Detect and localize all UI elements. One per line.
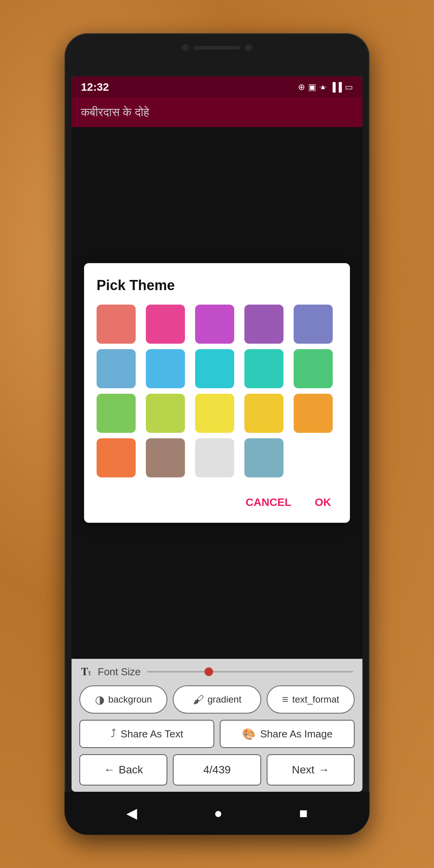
next-button[interactable]: Next → [267,754,355,786]
color-swatch-salmon[interactable] [97,305,136,344]
back-arrow-icon: ← [104,764,115,776]
status-icons: ⊕ ▣ ▲ ▐▐ ▭ [298,82,353,92]
camera-dot [182,44,189,51]
battery-icon: ▭ [345,82,353,92]
share-text-icon: ⤴ [111,728,116,740]
counter-text: 4/439 [203,764,231,776]
share-text-label: Share As Text [121,728,183,740]
color-swatch-light-gray[interactable] [195,438,234,477]
next-arrow-icon: → [318,764,329,776]
background-label: backgroun [108,694,152,705]
color-swatch-teal[interactable] [244,349,283,388]
share-image-icon: 🎨 [242,728,256,741]
android-recent-icon[interactable]: ■ [299,805,308,821]
color-swatch-lavender[interactable] [294,305,333,344]
font-size-thumb [204,667,213,676]
wifi-icon: ▲ [319,83,326,91]
notification-icon: ⊕ [298,82,305,92]
camera-dot-2 [245,44,252,51]
text-format-button[interactable]: ≡ text_format [267,685,355,714]
pick-theme-dialog: Pick Theme [84,263,350,523]
android-home-icon[interactable]: ● [214,805,222,821]
background-icon: ◑ [95,693,104,706]
dialog-overlay: Pick Theme [72,127,362,659]
tool-buttons-row: ◑ backgroun 🖌 gradient ≡ text_format [79,685,355,714]
color-swatch-sky-blue[interactable] [146,349,185,388]
color-swatch-brown[interactable] [146,438,185,477]
font-size-row: 𝐓ₜ Font Size [79,665,355,678]
app-title: कबीरदास के दोहे [81,106,149,119]
color-swatch-orange[interactable] [294,394,333,433]
gradient-button[interactable]: 🖌 gradient [173,685,261,714]
color-swatch-pink[interactable] [146,305,185,344]
app-bar: कबीरदास के दोहे [72,98,362,127]
color-swatch-purple[interactable] [244,305,283,344]
background-button[interactable]: ◑ backgroun [79,685,167,714]
font-size-label: Font Size [98,666,141,678]
font-size-icon: 𝐓ₜ [81,665,91,678]
color-swatch-cyan[interactable] [195,349,234,388]
text-format-icon: ≡ [282,693,288,706]
share-image-label: Share As Image [260,728,333,740]
content-area: जिन खोजा तिन पाइया, गहरे पानी पैठ, मैं ब… [72,127,362,659]
color-swatch-yellow-green[interactable] [146,394,185,433]
bottom-toolbar: 𝐓ₜ Font Size ◑ backgroun 🖌 gradient ≡ [72,659,362,792]
color-swatch-light-green[interactable] [97,394,136,433]
dialog-actions: CANCEL OK [97,490,337,512]
share-as-text-button[interactable]: ⤴ Share As Text [79,720,214,748]
color-swatch-green[interactable] [294,349,333,388]
signal-icon: ▐▐ [330,82,342,92]
counter-display: 4/439 [173,754,261,786]
color-swatch-blue-gray[interactable] [244,438,283,477]
share-as-image-button[interactable]: 🎨 Share As Image [220,720,355,748]
phone-top-area [182,44,252,51]
color-swatch-yellow[interactable] [195,394,234,433]
navigation-row: ← Back 4/439 Next → [79,754,355,786]
font-size-slider[interactable] [147,671,353,673]
dialog-title: Pick Theme [97,277,337,294]
android-nav-bar: ◀ ● ■ [65,792,369,835]
sd-icon: ▣ [308,82,316,92]
color-grid [97,305,337,477]
share-buttons-row: ⤴ Share As Text 🎨 Share As Image [79,720,355,748]
speaker-bar [194,46,240,50]
gradient-label: gradient [208,694,242,705]
back-button[interactable]: ← Back [79,754,167,786]
color-swatch-deep-orange[interactable] [97,438,136,477]
color-swatch-purple-pink[interactable] [195,305,234,344]
ok-button[interactable]: OK [308,493,337,512]
text-format-label: text_format [292,694,339,705]
gradient-icon: 🖌 [193,693,204,706]
color-swatch-amber[interactable] [244,394,283,433]
back-label: Back [119,764,143,776]
phone-screen: 12:32 ⊕ ▣ ▲ ▐▐ ▭ कबीरदास के दोहे जिन खोज… [72,76,362,792]
color-swatch-light-blue[interactable] [97,349,136,388]
cancel-button[interactable]: CANCEL [239,493,298,512]
status-time: 12:32 [81,81,109,93]
phone-frame: 12:32 ⊕ ▣ ▲ ▐▐ ▭ कबीरदास के दोहे जिन खोज… [65,33,369,835]
next-label: Next [292,764,315,776]
status-bar: 12:32 ⊕ ▣ ▲ ▐▐ ▭ [72,76,362,98]
android-back-icon[interactable]: ◀ [126,805,137,821]
